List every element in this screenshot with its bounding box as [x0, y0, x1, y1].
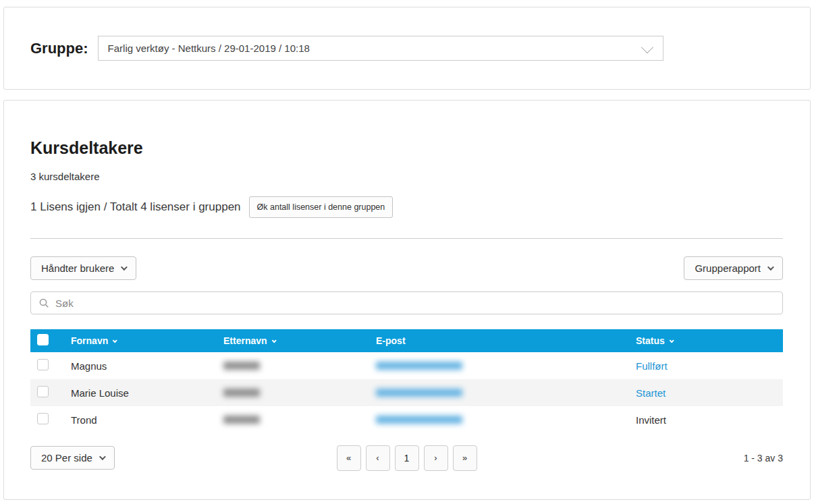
status-link[interactable]: Fullført — [636, 360, 668, 372]
cell-status: Startet — [636, 387, 783, 399]
chevron-down-icon — [99, 453, 106, 460]
page-nav-button[interactable]: › — [424, 445, 448, 471]
pagination-range: 1 - 3 av 3 — [744, 453, 783, 464]
per-page-label: 20 Per side — [41, 452, 92, 464]
column-label: E-post — [376, 335, 406, 346]
page-nav-button[interactable]: « — [337, 445, 361, 471]
search-icon — [39, 298, 49, 308]
row-checkbox[interactable] — [37, 386, 49, 397]
group-label: Gruppe: — [30, 40, 88, 57]
redacted-email-link[interactable] — [376, 416, 462, 424]
page-nav-button[interactable]: ‹ — [366, 445, 390, 471]
cell-fornavn: Trond — [71, 414, 223, 426]
pager: «‹1›» — [337, 445, 477, 471]
table-row: Marie Louise Startet — [30, 379, 783, 406]
table-header-row: Fornavn Etternavn E-post Status — [30, 329, 783, 352]
page-title: Kursdeltakere — [30, 138, 783, 158]
group-selector-card: Gruppe: Farlig verktøy - Nettkurs / 29-0… — [3, 7, 811, 90]
group-select-value: Farlig verktøy - Nettkurs / 29-01-2019 /… — [108, 43, 642, 54]
search-box — [30, 291, 783, 314]
cell-fornavn: Marie Louise — [71, 387, 223, 399]
group-report-label: Grupperapport — [695, 262, 761, 274]
redacted-lastname — [223, 416, 260, 424]
page-nav-button[interactable]: » — [453, 445, 477, 471]
row-checkbox[interactable] — [37, 359, 49, 370]
search-input[interactable] — [55, 298, 774, 309]
participants-table: Fornavn Etternavn E-post Status — [30, 329, 783, 433]
group-select[interactable]: Farlig verktøy - Nettkurs / 29-01-2019 /… — [98, 36, 663, 61]
row-checkbox[interactable] — [37, 413, 49, 424]
column-header-status[interactable]: Status — [636, 335, 673, 346]
sort-chevron-icon — [113, 338, 117, 343]
license-status-text: 1 Lisens igjen / Totalt 4 lisenser i gru… — [30, 200, 241, 214]
chevron-down-icon — [641, 41, 653, 53]
column-label: Fornavn — [71, 335, 108, 346]
redacted-email-link[interactable] — [376, 362, 462, 370]
cell-status: Invitert — [636, 414, 783, 426]
manage-users-label: Håndter brukere — [41, 262, 114, 274]
increase-licenses-button[interactable]: Øk antall lisenser i denne gruppen — [249, 196, 394, 218]
per-page-select[interactable]: 20 Per side — [30, 446, 115, 470]
cell-etternavn — [223, 414, 376, 426]
column-header-fornavn[interactable]: Fornavn — [71, 335, 116, 346]
cell-etternavn — [223, 360, 376, 372]
column-label: Etternavn — [223, 335, 267, 346]
select-all-checkbox[interactable] — [37, 334, 49, 345]
cell-etternavn — [223, 387, 376, 399]
cell-fornavn: Magnus — [71, 360, 223, 372]
course-participants-card: Kursdeltakere 3 kursdeltakere 1 Lisens i… — [3, 100, 811, 500]
cell-status: Fullført — [636, 360, 783, 372]
table-row: Trond Invitert — [30, 406, 783, 433]
column-header-etternavn[interactable]: Etternavn — [223, 335, 275, 346]
column-label: Status — [636, 335, 665, 346]
status-link[interactable]: Startet — [636, 387, 666, 399]
chevron-down-icon — [767, 264, 774, 271]
status-link[interactable]: Invitert — [636, 414, 666, 426]
redacted-lastname — [223, 389, 260, 397]
chevron-down-icon — [121, 264, 128, 271]
divider — [30, 238, 783, 239]
table-row: Magnus Fullført — [30, 352, 783, 379]
pagination-bar: 20 Per side «‹1›» 1 - 3 av 3 — [30, 446, 783, 470]
column-header-epost: E-post — [376, 335, 406, 346]
cell-epost — [376, 387, 636, 399]
participant-count: 3 kursdeltakere — [30, 171, 783, 182]
cell-epost — [376, 360, 636, 372]
redacted-lastname — [223, 362, 260, 370]
sort-chevron-icon — [271, 338, 276, 343]
redacted-email-link[interactable] — [376, 389, 462, 397]
cell-epost — [376, 414, 636, 426]
group-report-button[interactable]: Grupperapport — [684, 256, 783, 280]
sort-chevron-icon — [669, 338, 674, 343]
page-button-current[interactable]: 1 — [395, 445, 419, 471]
manage-users-button[interactable]: Håndter brukere — [30, 256, 136, 280]
